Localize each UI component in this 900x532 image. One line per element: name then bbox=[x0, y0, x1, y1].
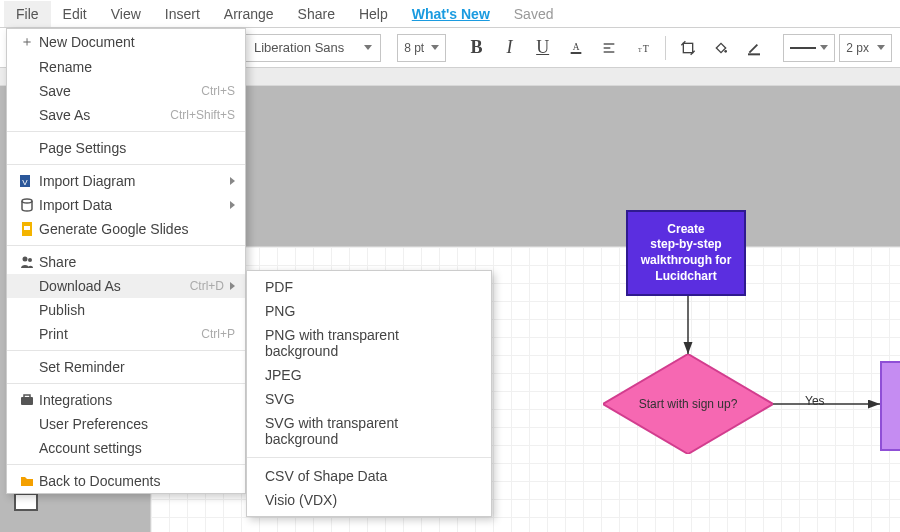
menubar: File Edit View Insert Arrange Share Help… bbox=[0, 0, 900, 28]
briefcase-icon bbox=[17, 392, 37, 408]
menu-edit[interactable]: Edit bbox=[51, 1, 99, 27]
download-svg-transparent[interactable]: SVG with transparent background bbox=[247, 411, 491, 451]
flow-process-box[interactable]: Create step-by-step walkthrough for Luci… bbox=[626, 210, 746, 296]
file-save[interactable]: Save Ctrl+S bbox=[7, 79, 245, 103]
flow-diamond-text: Start with sign up? bbox=[603, 354, 773, 454]
menu-arrange[interactable]: Arrange bbox=[212, 1, 286, 27]
download-csv[interactable]: CSV of Shape Data bbox=[247, 464, 491, 488]
svg-rect-24 bbox=[24, 395, 30, 398]
bold-button[interactable]: B bbox=[462, 33, 491, 63]
file-set-reminder[interactable]: Set Reminder bbox=[7, 355, 245, 379]
download-jpeg[interactable]: JPEG bbox=[247, 363, 491, 387]
svg-text:T: T bbox=[638, 47, 642, 53]
plus-icon: ＋ bbox=[17, 33, 37, 51]
font-size-select[interactable]: 8 pt bbox=[397, 34, 446, 62]
database-icon bbox=[17, 197, 37, 213]
slides-icon bbox=[17, 221, 37, 237]
chevron-down-icon bbox=[364, 45, 372, 50]
menu-insert[interactable]: Insert bbox=[153, 1, 212, 27]
menu-separator bbox=[7, 350, 245, 351]
chevron-down-icon bbox=[877, 45, 885, 50]
shape-rectangle[interactable] bbox=[14, 493, 38, 511]
font-size-value: 8 pt bbox=[404, 41, 424, 55]
file-share[interactable]: Share bbox=[7, 250, 245, 274]
svg-rect-20 bbox=[24, 226, 30, 230]
visio-icon: V bbox=[17, 173, 37, 189]
svg-point-10 bbox=[725, 50, 728, 53]
file-save-as[interactable]: Save As Ctrl+Shift+S bbox=[7, 103, 245, 127]
text-color-button[interactable]: A bbox=[561, 33, 590, 63]
chevron-right-icon bbox=[230, 177, 235, 185]
svg-text:V: V bbox=[22, 178, 28, 187]
stroke-width-value: 2 px bbox=[846, 41, 869, 55]
chevron-right-icon bbox=[230, 282, 235, 290]
flow-decision-diamond[interactable]: Start with sign up? bbox=[603, 354, 773, 454]
file-page-settings[interactable]: Page Settings bbox=[7, 136, 245, 160]
download-as-submenu: PDF PNG PNG with transparent background … bbox=[246, 270, 492, 517]
border-color-button[interactable] bbox=[740, 33, 769, 63]
svg-text:A: A bbox=[572, 42, 579, 52]
chevron-down-icon bbox=[431, 45, 439, 50]
menu-separator bbox=[7, 383, 245, 384]
svg-point-18 bbox=[22, 199, 32, 203]
file-back-to-documents[interactable]: Back to Documents bbox=[7, 469, 245, 493]
menu-separator bbox=[247, 457, 491, 458]
download-visio[interactable]: Visio (VDX) bbox=[247, 488, 491, 512]
svg-point-21 bbox=[23, 257, 28, 262]
flow-box-text: Create step-by-step walkthrough for Luci… bbox=[641, 222, 732, 284]
line-style-select[interactable] bbox=[783, 34, 835, 62]
file-new-document[interactable]: ＋ New Document bbox=[7, 29, 245, 55]
file-rename[interactable]: Rename bbox=[7, 55, 245, 79]
menu-view[interactable]: View bbox=[99, 1, 153, 27]
italic-button[interactable]: I bbox=[495, 33, 524, 63]
download-svg[interactable]: SVG bbox=[247, 387, 491, 411]
line-style-sample bbox=[790, 47, 816, 49]
people-icon bbox=[17, 254, 37, 270]
file-dropdown: ＋ New Document Rename Save Ctrl+S Save A… bbox=[6, 28, 246, 494]
menu-whats-new[interactable]: What's New bbox=[400, 1, 502, 27]
file-generate-slides[interactable]: Generate Google Slides bbox=[7, 217, 245, 241]
font-family-value: Liberation Sans bbox=[254, 40, 344, 55]
download-pdf[interactable]: PDF bbox=[247, 275, 491, 299]
file-user-preferences[interactable]: User Preferences bbox=[7, 412, 245, 436]
flow-purple-box[interactable] bbox=[880, 361, 900, 451]
svg-rect-7 bbox=[683, 43, 692, 52]
menu-file[interactable]: File bbox=[4, 1, 51, 27]
menu-separator bbox=[7, 464, 245, 465]
file-publish[interactable]: Publish bbox=[7, 298, 245, 322]
font-family-select[interactable]: Liberation Sans bbox=[245, 34, 381, 62]
file-account-settings[interactable]: Account settings bbox=[7, 436, 245, 460]
svg-rect-1 bbox=[570, 52, 581, 54]
underline-button[interactable]: U bbox=[528, 33, 557, 63]
file-import-data[interactable]: Import Data bbox=[7, 193, 245, 217]
edge-label-yes: Yes bbox=[805, 394, 825, 408]
download-png-transparent[interactable]: PNG with transparent background bbox=[247, 323, 491, 363]
fill-button[interactable] bbox=[707, 33, 736, 63]
menu-separator bbox=[7, 164, 245, 165]
svg-text:T: T bbox=[643, 43, 649, 54]
folder-icon bbox=[17, 473, 37, 489]
chevron-right-icon bbox=[230, 201, 235, 209]
menu-separator bbox=[7, 245, 245, 246]
file-print[interactable]: Print Ctrl+P bbox=[7, 322, 245, 346]
menu-separator bbox=[7, 131, 245, 132]
save-status: Saved bbox=[502, 1, 566, 27]
align-button[interactable] bbox=[594, 33, 623, 63]
menu-help[interactable]: Help bbox=[347, 1, 400, 27]
menu-share[interactable]: Share bbox=[286, 1, 347, 27]
file-integrations[interactable]: Integrations bbox=[7, 388, 245, 412]
stroke-width-select[interactable]: 2 px bbox=[839, 34, 892, 62]
toolbar-separator bbox=[665, 36, 666, 60]
shape-crop-button[interactable] bbox=[674, 33, 703, 63]
svg-point-22 bbox=[28, 258, 32, 262]
text-size-button[interactable]: TT bbox=[627, 33, 656, 63]
svg-rect-11 bbox=[748, 53, 760, 55]
file-download-as[interactable]: Download As Ctrl+D bbox=[7, 274, 245, 298]
chevron-down-icon bbox=[820, 45, 828, 50]
download-png[interactable]: PNG bbox=[247, 299, 491, 323]
file-import-diagram[interactable]: V Import Diagram bbox=[7, 169, 245, 193]
